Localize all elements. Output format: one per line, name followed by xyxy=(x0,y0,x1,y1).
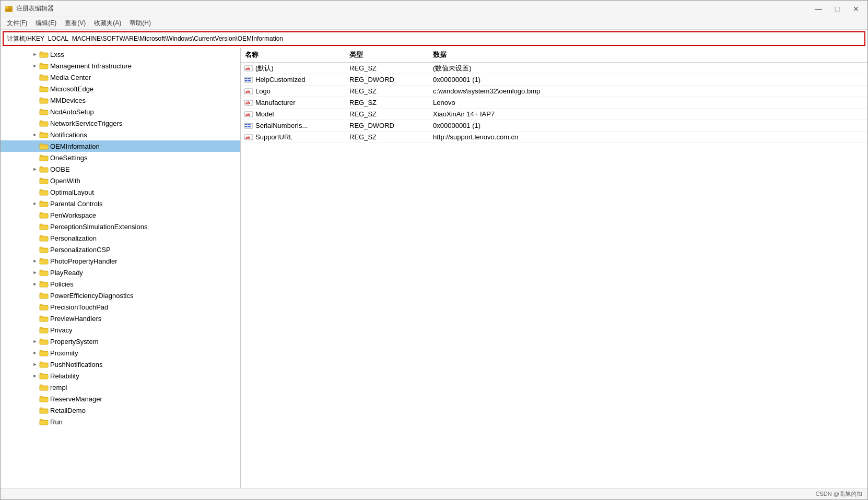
tree-item-run[interactable]: Run xyxy=(1,416,240,427)
tree-item-oobe[interactable]: ► OOBE xyxy=(1,163,240,175)
expand-btn-onesettings[interactable] xyxy=(31,153,39,162)
expand-btn-penworkspace[interactable] xyxy=(31,211,39,219)
tree-item-retaildemo[interactable]: RetailDemo xyxy=(1,404,240,416)
detail-cell-type: REG_DWORD xyxy=(345,122,429,129)
detail-row-supporturl[interactable]: ab SupportURLREG_SZhttp://support.lenovo… xyxy=(241,132,867,143)
detail-row-[interactable]: ab (默认)REG_SZ(数值未设置) xyxy=(241,63,867,74)
expand-btn-reservemanager[interactable] xyxy=(31,395,39,403)
expand-btn-personalization[interactable] xyxy=(31,234,39,242)
tree-item-reliability[interactable]: ► Reliability xyxy=(1,370,240,382)
expand-btn-playready[interactable]: ► xyxy=(31,268,39,277)
tree-item-onesettings[interactable]: OneSettings xyxy=(1,152,240,163)
expand-btn-policies[interactable]: ► xyxy=(31,280,39,288)
tree-label-previewhandlers: PreviewHandlers xyxy=(50,315,101,323)
folder-icon-penworkspace xyxy=(39,211,49,219)
expand-btn-propertysystem[interactable]: ► xyxy=(31,337,39,346)
tree-item-mgmt[interactable]: ► Management Infrastructure xyxy=(1,60,240,72)
close-button[interactable]: ✕ xyxy=(849,4,863,14)
tree-item-oeminformation[interactable]: OEMInformation xyxy=(1,140,240,152)
tree-item-propertysystem[interactable]: ► PropertySystem xyxy=(1,336,240,347)
address-bar[interactable]: 计算机\HKEY_LOCAL_MACHINE\SOFTWARE\Microsof… xyxy=(3,31,865,46)
tree-item-photopropertyhandler[interactable]: ► PhotoPropertyHandler xyxy=(1,255,240,267)
menu-view[interactable]: 查看(V) xyxy=(61,18,90,29)
expand-btn-lxss[interactable]: ► xyxy=(31,50,39,58)
expand-btn-microsoftedge[interactable] xyxy=(31,85,39,93)
expand-btn-precisiontouchpad[interactable] xyxy=(31,303,39,311)
tree-item-lxss[interactable]: ► Lxss xyxy=(1,49,240,60)
tree-item-openwith[interactable]: OpenWith xyxy=(1,175,240,186)
expand-btn-optimallayout[interactable] xyxy=(31,188,39,196)
window-title: 注册表编辑器 xyxy=(16,4,54,13)
tree-item-personalizationcsp[interactable]: PersonalizationCSP xyxy=(1,244,240,255)
tree-item-proximity[interactable]: ► Proximity xyxy=(1,347,240,359)
maximize-button[interactable]: □ xyxy=(830,4,844,14)
tree-item-optimallayout[interactable]: OptimalLayout xyxy=(1,186,240,198)
expand-btn-reliability[interactable]: ► xyxy=(31,372,39,380)
minimize-button[interactable]: — xyxy=(811,4,826,14)
tree-item-rempl[interactable]: rempl xyxy=(1,382,240,393)
detail-row-logo[interactable]: ab LogoREG_SZc:\windows\system32\oemlogo… xyxy=(241,86,867,97)
tree-panel[interactable]: ► Lxss► Management Infrastructure Media … xyxy=(1,47,241,488)
detail-row-model[interactable]: ab ModelREG_SZXiaoXinAir 14+ IAP7 xyxy=(241,109,867,120)
expand-btn-personalizationcsp[interactable] xyxy=(31,245,39,254)
tree-item-policies[interactable]: ► Policies xyxy=(1,278,240,290)
expand-btn-networkservicetriggers[interactable] xyxy=(31,119,39,127)
svg-text:ab: ab xyxy=(245,66,250,71)
tree-item-ncdautosetup[interactable]: NcdAutoSetup xyxy=(1,106,240,117)
tree-item-mmdevices[interactable]: MMDevices xyxy=(1,94,240,106)
tree-item-personalization[interactable]: Personalization xyxy=(1,232,240,244)
tree-item-microsoftedge[interactable]: MicrosoftEdge xyxy=(1,83,240,94)
tree-item-perceptionsimext[interactable]: PerceptionSimulationExtensions xyxy=(1,221,240,232)
folder-icon-onesettings xyxy=(39,154,49,161)
tree-item-penworkspace[interactable]: PenWorkspace xyxy=(1,209,240,221)
menu-help[interactable]: 帮助(H) xyxy=(125,18,155,29)
dword-icon xyxy=(244,122,253,129)
tree-item-privacy[interactable]: Privacy xyxy=(1,324,240,336)
expand-btn-run[interactable] xyxy=(31,418,39,426)
tree-label-perceptionsimext: PerceptionSimulationExtensions xyxy=(50,223,147,231)
tree-item-parentalcontrols[interactable]: ► Parental Controls xyxy=(1,198,240,209)
svg-rect-21 xyxy=(248,124,251,125)
expand-btn-rempl[interactable] xyxy=(31,383,39,391)
tree-item-networkservicetriggers[interactable]: NetworkServiceTriggers xyxy=(1,117,240,129)
detail-row-manufacturer[interactable]: ab ManufacturerREG_SZLenovo xyxy=(241,97,867,109)
expand-btn-parentalcontrols[interactable]: ► xyxy=(31,199,39,208)
detail-row-serialnumberis[interactable]: SerialNumberIs...REG_DWORD0x00000001 (1) xyxy=(241,120,867,132)
folder-icon-previewhandlers xyxy=(39,315,49,322)
menu-file[interactable]: 文件(F) xyxy=(3,18,31,29)
tree-item-mediacenter[interactable]: Media Center xyxy=(1,72,240,83)
tree-item-notifications[interactable]: ► Notifications xyxy=(1,129,240,140)
folder-icon-networkservicetriggers xyxy=(39,120,49,127)
expand-btn-retaildemo[interactable] xyxy=(31,406,39,414)
tree-label-parentalcontrols: Parental Controls xyxy=(50,200,102,208)
expand-btn-privacy[interactable] xyxy=(31,326,39,334)
regedit-icon xyxy=(5,5,13,13)
detail-cell-type: REG_SZ xyxy=(345,64,429,72)
expand-btn-proximity[interactable]: ► xyxy=(31,349,39,357)
detail-row-helpcustomized[interactable]: HelpCustomizedREG_DWORD0x00000001 (1) xyxy=(241,74,867,86)
folder-icon-mmdevices xyxy=(39,97,49,104)
tree-item-previewhandlers[interactable]: PreviewHandlers xyxy=(1,313,240,324)
menu-favorites[interactable]: 收藏夹(A) xyxy=(90,18,125,29)
tree-item-playready[interactable]: ► PlayReady xyxy=(1,267,240,278)
tree-item-powerefficiency[interactable]: PowerEfficiencyDiagnostics xyxy=(1,290,240,301)
expand-btn-notifications[interactable]: ► xyxy=(31,130,39,139)
expand-btn-mgmt[interactable]: ► xyxy=(31,62,39,70)
tree-label-policies: Policies xyxy=(50,280,74,288)
expand-btn-mmdevices[interactable] xyxy=(31,96,39,104)
expand-btn-perceptionsimext[interactable] xyxy=(31,222,39,231)
expand-btn-openwith[interactable] xyxy=(31,176,39,185)
expand-btn-photopropertyhandler[interactable]: ► xyxy=(31,257,39,265)
tree-item-reservemanager[interactable]: ReserveManager xyxy=(1,393,240,404)
expand-btn-pushnotifications[interactable]: ► xyxy=(31,360,39,368)
expand-btn-mediacenter[interactable] xyxy=(31,73,39,81)
tree-item-pushnotifications[interactable]: ► PushNotifications xyxy=(1,359,240,370)
expand-btn-previewhandlers[interactable] xyxy=(31,314,39,323)
tree-item-precisiontouchpad[interactable]: PrecisionTouchPad xyxy=(1,301,240,313)
expand-btn-ncdautosetup[interactable] xyxy=(31,108,39,116)
expand-btn-oobe[interactable]: ► xyxy=(31,165,39,173)
svg-text:ab: ab xyxy=(245,89,250,94)
expand-btn-powerefficiency[interactable] xyxy=(31,291,39,300)
expand-btn-oeminformation[interactable] xyxy=(31,142,39,150)
menu-edit[interactable]: 编辑(E) xyxy=(31,18,61,29)
